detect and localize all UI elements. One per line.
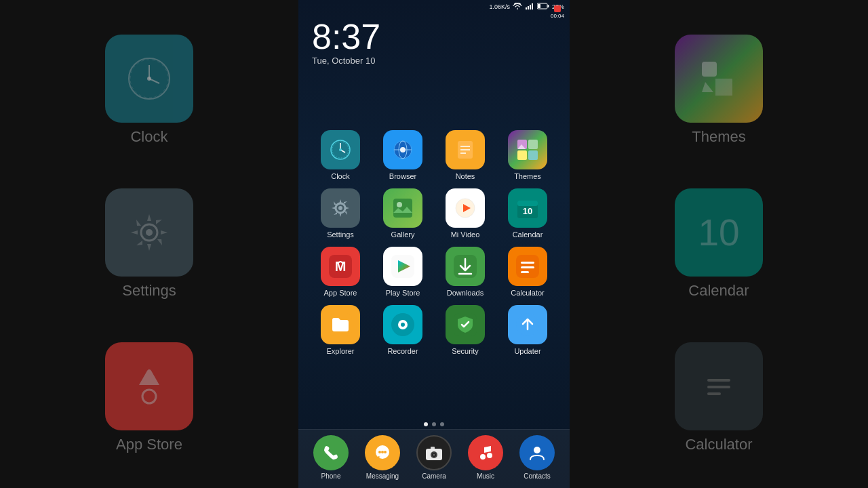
time-area: 8:37 Tue, October 10: [298, 14, 570, 68]
bg-clock: Clock: [105, 35, 193, 146]
bg-calculator: Calculator: [675, 342, 763, 453]
bg-calendar-icon: 10: [675, 188, 763, 277]
music-dock-icon: [468, 435, 503, 470]
themes-label: Themes: [514, 172, 541, 180]
svg-rect-14: [530, 5, 531, 9]
background-left: Clock Settings App Store: [0, 0, 298, 488]
contacts-dock-icon: [519, 435, 555, 470]
background-right: Themes 10 Calendar Calculator: [570, 0, 868, 488]
notes-icon: [446, 130, 485, 169]
app-item-playstore[interactable]: Play Store: [374, 247, 431, 297]
mivideo-label: Mi Video: [451, 230, 480, 239]
app-item-settings[interactable]: Settings: [312, 188, 369, 239]
svg-rect-9: [707, 379, 730, 382]
settings-label: Settings: [327, 230, 354, 239]
camera-dock-icon: [416, 435, 452, 470]
dock-item-camera[interactable]: Camera: [416, 435, 452, 480]
recorder-icon: [383, 305, 422, 344]
svg-point-59: [401, 323, 405, 327]
wifi-icon: [513, 3, 522, 11]
phone-dock-label: Phone: [321, 472, 341, 480]
signal-speed: 1.06K/s: [489, 3, 510, 10]
svg-rect-36: [528, 150, 538, 160]
app-item-downloads[interactable]: Downloads: [437, 247, 494, 297]
app-item-security[interactable]: Security: [437, 305, 494, 355]
svg-rect-35: [517, 150, 527, 160]
app-item-mivideo[interactable]: Mi Video: [437, 188, 494, 239]
svg-rect-44: [517, 201, 538, 206]
app-grid: Clock Browser Notes Themes Settings Gall…: [312, 130, 556, 355]
svg-point-69: [433, 454, 435, 456]
dock-item-contacts[interactable]: Contacts: [519, 435, 555, 480]
svg-rect-70: [431, 447, 435, 449]
bg-calculator-label: Calculator: [685, 436, 752, 453]
svg-point-4: [147, 77, 151, 81]
downloads-label: Downloads: [447, 289, 484, 297]
app-item-appstore[interactable]: M App Store: [312, 247, 369, 297]
svg-point-73: [534, 447, 540, 453]
clock-icon: [321, 130, 360, 169]
svg-point-6: [146, 229, 153, 236]
page-dot-3[interactable]: [440, 422, 444, 426]
svg-point-65: [384, 451, 387, 453]
recorder-label: Recorder: [387, 347, 418, 355]
svg-rect-17: [547, 5, 549, 7]
svg-rect-12: [526, 7, 527, 9]
bg-clock-icon: [105, 35, 193, 123]
app-item-recorder[interactable]: Recorder: [374, 305, 431, 355]
svg-point-63: [378, 451, 381, 453]
page-dot-2[interactable]: [432, 422, 436, 426]
updater-label: Updater: [514, 347, 540, 355]
app-item-calendar[interactable]: 10 Calendar: [499, 188, 556, 239]
rec-dot: [554, 5, 561, 12]
dock-item-music[interactable]: Music: [468, 435, 503, 480]
svg-rect-39: [393, 199, 412, 218]
svg-rect-53: [521, 262, 534, 264]
app-item-clock[interactable]: Clock: [312, 130, 369, 180]
app-item-explorer[interactable]: Explorer: [312, 305, 369, 355]
svg-point-71: [480, 454, 486, 460]
mivideo-icon: [446, 188, 485, 228]
svg-point-23: [339, 148, 342, 151]
svg-rect-55: [521, 271, 529, 273]
settings-icon: [321, 188, 360, 228]
explorer-label: Explorer: [327, 347, 355, 355]
app-item-calculator[interactable]: Calculator: [499, 247, 556, 297]
phone-screen: 1.06K/s 27% 00:04 8:37 Tue, Oct: [298, 0, 570, 488]
app-item-themes[interactable]: Themes: [499, 130, 556, 180]
svg-point-72: [487, 453, 492, 458]
clock-label: Clock: [331, 172, 350, 180]
svg-rect-34: [528, 140, 538, 149]
page-dot-1[interactable]: [424, 422, 428, 426]
svg-rect-8: [702, 62, 717, 77]
bg-settings-icon: [105, 188, 193, 277]
dock-item-messaging[interactable]: Messaging: [365, 435, 400, 480]
bg-themes-icon: [675, 35, 763, 123]
page-dots: [298, 422, 570, 426]
dock-item-phone[interactable]: Phone: [313, 435, 349, 480]
svg-rect-10: [707, 386, 730, 388]
bg-appstore-icon: [105, 342, 193, 430]
svg-rect-54: [521, 266, 534, 268]
app-item-gallery[interactable]: Gallery: [374, 188, 431, 239]
updater-icon: [508, 305, 547, 344]
time-display: 8:37: [312, 19, 556, 54]
svg-point-64: [381, 451, 384, 453]
music-dock-label: Music: [477, 472, 494, 480]
bg-themes: Themes: [675, 35, 763, 146]
calculator-icon: [508, 247, 547, 286]
gallery-icon: [383, 188, 422, 228]
gallery-label: Gallery: [391, 230, 415, 239]
bg-appstore-label: App Store: [116, 436, 182, 453]
svg-point-28: [400, 147, 406, 152]
app-item-browser[interactable]: Browser: [374, 130, 431, 180]
signal-bars-icon: [525, 3, 534, 11]
svg-rect-11: [707, 392, 721, 395]
app-item-updater[interactable]: Updater: [499, 305, 556, 355]
bg-calculator-icon: [675, 342, 763, 430]
recording-indicator: 00:04: [551, 5, 564, 19]
messaging-dock-icon: [365, 435, 400, 470]
bg-settings-label: Settings: [122, 282, 176, 300]
explorer-icon: [321, 305, 360, 344]
app-item-notes[interactable]: Notes: [437, 130, 494, 180]
